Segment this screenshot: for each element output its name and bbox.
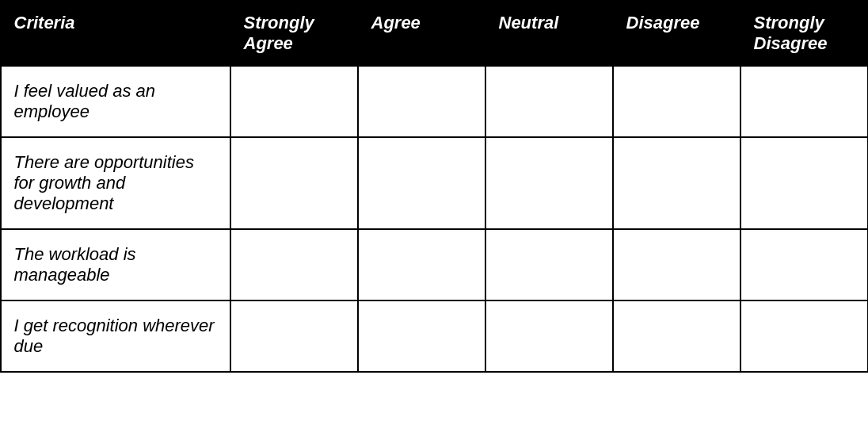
strongly-agree-cell-1[interactable] bbox=[230, 66, 358, 137]
criteria-cell-2: There are opportunities for growth and d… bbox=[1, 137, 230, 229]
survey-table-wrapper: Criteria Strongly Agree Agree Neutral Di… bbox=[0, 0, 868, 444]
disagree-cell-1[interactable] bbox=[613, 66, 740, 137]
table-row: There are opportunities for growth and d… bbox=[1, 137, 868, 229]
header-strongly-agree: Strongly Agree bbox=[230, 1, 358, 66]
agree-cell-2[interactable] bbox=[358, 137, 485, 229]
disagree-cell-4[interactable] bbox=[613, 300, 740, 372]
header-strongly-disagree: Strongly Disagree bbox=[740, 1, 868, 66]
header-row: Criteria Strongly Agree Agree Neutral Di… bbox=[1, 1, 868, 66]
header-criteria: Criteria bbox=[1, 1, 230, 66]
strongly-disagree-cell-4[interactable] bbox=[740, 300, 868, 372]
criteria-cell-3: The workload is manageable bbox=[1, 229, 230, 300]
agree-cell-4[interactable] bbox=[358, 300, 485, 372]
survey-table: Criteria Strongly Agree Agree Neutral Di… bbox=[0, 0, 868, 373]
strongly-disagree-cell-1[interactable] bbox=[740, 66, 868, 137]
neutral-cell-1[interactable] bbox=[485, 66, 613, 137]
criteria-cell-1: I feel valued as an employee bbox=[1, 66, 230, 137]
header-agree: Agree bbox=[358, 1, 485, 66]
criteria-cell-4: I get recognition wherever due bbox=[1, 300, 230, 372]
header-disagree: Disagree bbox=[613, 1, 740, 66]
neutral-cell-3[interactable] bbox=[485, 229, 613, 300]
strongly-agree-cell-2[interactable] bbox=[230, 137, 358, 229]
header-neutral: Neutral bbox=[485, 1, 613, 66]
disagree-cell-2[interactable] bbox=[613, 137, 740, 229]
table-row: I feel valued as an employee bbox=[1, 66, 868, 137]
disagree-cell-3[interactable] bbox=[613, 229, 740, 300]
neutral-cell-4[interactable] bbox=[485, 300, 613, 372]
strongly-disagree-cell-2[interactable] bbox=[740, 137, 868, 229]
strongly-agree-cell-3[interactable] bbox=[230, 229, 358, 300]
agree-cell-3[interactable] bbox=[358, 229, 485, 300]
table-row: The workload is manageable bbox=[1, 229, 868, 300]
neutral-cell-2[interactable] bbox=[485, 137, 613, 229]
strongly-agree-cell-4[interactable] bbox=[230, 300, 358, 372]
strongly-disagree-cell-3[interactable] bbox=[740, 229, 868, 300]
table-row: I get recognition wherever due bbox=[1, 300, 868, 372]
agree-cell-1[interactable] bbox=[358, 66, 485, 137]
